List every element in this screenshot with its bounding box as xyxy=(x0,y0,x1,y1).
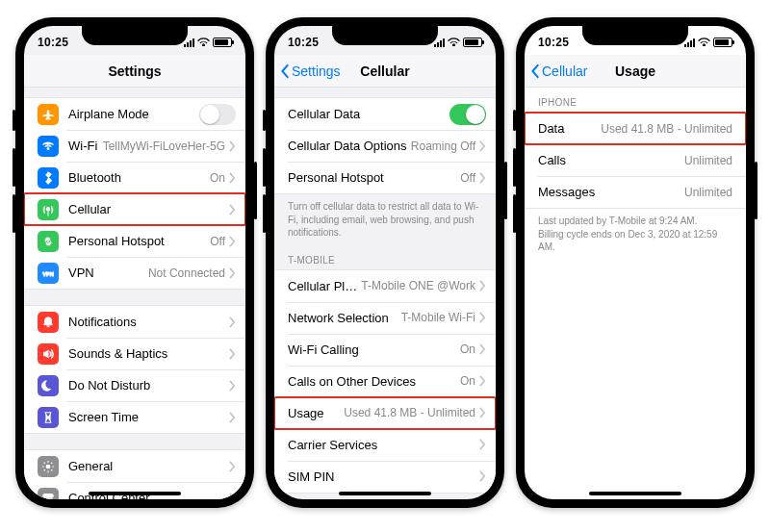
row-label: Data xyxy=(538,121,601,136)
row-label: VPN xyxy=(68,266,148,280)
row-simpin[interactable]: SIM PIN xyxy=(274,461,496,493)
wifi-icon xyxy=(698,38,710,47)
settings-list: DataUsed 41.8 MB - UnlimitedCallsUnlimit… xyxy=(525,112,746,209)
row-value: Not Connected xyxy=(148,266,225,280)
row-bt[interactable]: BluetoothOn xyxy=(24,162,245,193)
row-value: Unlimited xyxy=(684,154,732,167)
row-airplane[interactable]: Airplane Mode xyxy=(24,98,245,130)
row-label: Airplane Mode xyxy=(68,107,199,121)
back-button[interactable]: Settings xyxy=(280,63,341,79)
home-indicator[interactable] xyxy=(339,492,431,495)
group-footer: Turn off cellular data to restrict all d… xyxy=(274,194,496,240)
svg-point-3 xyxy=(44,494,46,496)
row-data[interactable]: DataUsed 41.8 MB - Unlimited xyxy=(525,113,746,144)
settings-list: Cellular DataCellular Data OptionsRoamin… xyxy=(274,97,496,194)
row-label: Cellular xyxy=(68,202,229,216)
svg-point-1 xyxy=(46,465,50,469)
wifi-icon xyxy=(197,38,210,47)
row-hotspot[interactable]: Personal HotspotOff xyxy=(24,225,245,257)
hourglass-icon xyxy=(38,407,59,428)
row-value: T-Mobile Wi-Fi xyxy=(401,311,475,324)
row-value: T-Mobile ONE @Work xyxy=(361,279,475,292)
status-time: 10:25 xyxy=(538,36,569,49)
row-screentime[interactable]: Screen Time xyxy=(24,401,245,433)
row-value: On xyxy=(210,171,225,185)
plane-icon xyxy=(38,104,59,125)
nav-bar: Cellular Usage xyxy=(525,55,746,88)
row-wifi[interactable]: Wi-FiTellMyWi-FiLoveHer-5G xyxy=(24,130,245,162)
bt-icon xyxy=(38,167,59,189)
group-header: T-Mobile xyxy=(274,255,496,269)
row-label: Personal Hotspot xyxy=(68,234,210,248)
row-label: Cellular Plans xyxy=(288,279,361,293)
row-label: Cellular Data xyxy=(288,107,449,121)
nav-bar: Settings xyxy=(24,55,245,88)
row-value: Unlimited xyxy=(684,186,732,199)
row-label: Network Selection xyxy=(288,311,401,325)
moon-icon xyxy=(38,375,59,396)
row-label: Sounds & Haptics xyxy=(68,346,229,361)
row-value: Off xyxy=(460,171,475,185)
back-label: Settings xyxy=(292,63,341,79)
row-label: Calls on Other Devices xyxy=(288,374,460,389)
row-csvc[interactable]: Carrier Services xyxy=(274,429,496,461)
back-button[interactable]: Cellular xyxy=(530,63,587,79)
toggle[interactable] xyxy=(199,104,236,125)
row-label: Wi-Fi Calling xyxy=(288,342,460,357)
row-label: Cellular Data Options xyxy=(288,139,411,153)
row-sound[interactable]: Sounds & Haptics xyxy=(24,338,245,369)
page-title: Cellular xyxy=(360,63,409,79)
row-cplans[interactable]: Cellular PlansT-Mobile ONE @Work xyxy=(274,270,496,302)
row-label: Screen Time xyxy=(68,410,229,424)
row-php[interactable]: Personal HotspotOff xyxy=(274,162,496,193)
row-value: Used 41.8 MB - Unlimited xyxy=(601,122,732,136)
phone-settings: 10:25 Settings Airplane ModeWi-FiTellMyW… xyxy=(15,17,254,508)
row-vpn[interactable]: VPNVPNNot Connected xyxy=(24,257,245,289)
battery-icon xyxy=(213,38,232,47)
toggle[interactable] xyxy=(449,104,486,125)
back-label: Cellular xyxy=(542,63,587,79)
row-label: Do Not Disturb xyxy=(68,378,229,393)
row-value: Roaming Off xyxy=(411,139,475,153)
row-wfc[interactable]: Wi-Fi CallingOn xyxy=(274,334,496,366)
row-label: Messages xyxy=(538,185,684,199)
row-label: Usage xyxy=(288,406,344,420)
row-calls[interactable]: CallsUnlimited xyxy=(525,144,746,176)
settings-list: NotificationsSounds & HapticsDo Not Dist… xyxy=(24,305,245,434)
home-indicator[interactable] xyxy=(89,492,181,495)
phone-usage: 10:25 Cellular Usage iPhoneDataUsed 41.8… xyxy=(516,17,755,508)
page-title: Settings xyxy=(108,63,161,79)
row-usage[interactable]: UsageUsed 41.8 MB - Unlimited xyxy=(274,397,496,429)
row-value: On xyxy=(460,342,475,356)
row-general[interactable]: General xyxy=(24,450,245,482)
row-cc[interactable]: Control Center xyxy=(24,482,245,499)
row-cellular[interactable]: Cellular xyxy=(24,193,245,225)
battery-icon xyxy=(463,38,482,47)
row-value: Used 41.8 MB - Unlimited xyxy=(344,406,475,419)
wifi-icon xyxy=(448,38,460,47)
row-label: Notifications xyxy=(68,315,229,329)
switches-icon xyxy=(38,488,59,500)
group-footer: Last updated by T-Mobile at 9:24 AM.Bill… xyxy=(525,209,746,254)
row-cdata[interactable]: Cellular Data xyxy=(274,98,496,130)
status-time: 10:25 xyxy=(38,36,68,49)
group-header: iPhone xyxy=(525,97,746,112)
row-value: On xyxy=(460,374,475,388)
row-msgs[interactable]: MessagesUnlimited xyxy=(525,176,746,208)
gear-icon xyxy=(38,456,59,477)
battery-icon xyxy=(713,38,732,47)
home-indicator[interactable] xyxy=(589,492,681,495)
svg-rect-4 xyxy=(43,498,54,499)
row-notif[interactable]: Notifications xyxy=(24,306,245,338)
row-label: Wi-Fi xyxy=(68,139,103,153)
row-dnd[interactable]: Do Not Disturb xyxy=(24,369,245,401)
page-title: Usage xyxy=(615,63,655,79)
settings-list: Airplane ModeWi-FiTellMyWi-FiLoveHer-5GB… xyxy=(24,97,245,290)
row-netsel[interactable]: Network SelectionT-Mobile Wi-Fi xyxy=(274,302,496,334)
row-cdopt[interactable]: Cellular Data OptionsRoaming Off xyxy=(274,130,496,162)
row-cod[interactable]: Calls on Other DevicesOn xyxy=(274,366,496,397)
link-icon xyxy=(38,231,59,252)
row-label: Bluetooth xyxy=(68,170,210,185)
row-label: Carrier Services xyxy=(288,438,479,452)
row-label: Calls xyxy=(538,153,684,167)
